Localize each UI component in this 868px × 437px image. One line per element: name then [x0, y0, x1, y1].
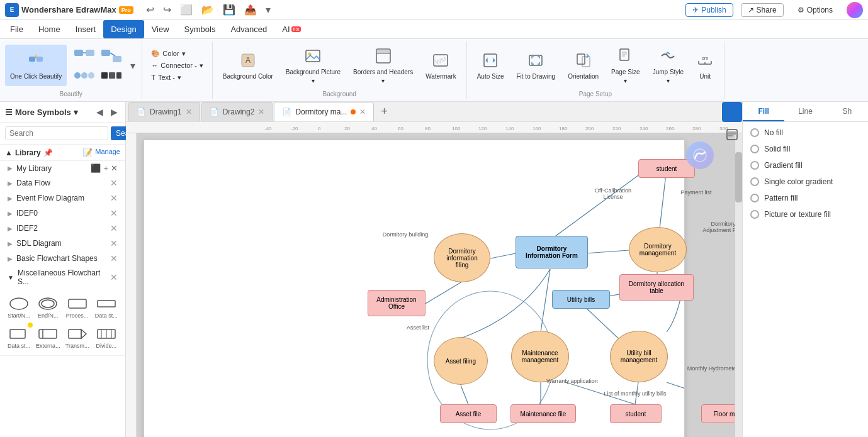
shape-divide[interactable]: Divide...: [93, 323, 120, 351]
unit-btn[interactable]: cm Unit: [691, 45, 719, 86]
tab-drawing2[interactable]: 📄 Drawing2 ✕: [201, 102, 273, 121]
tab1-close[interactable]: ✕: [186, 108, 192, 116]
sidebar-collapse-right[interactable]: ▶: [108, 106, 120, 118]
sidebar-collapse-left[interactable]: ◀: [94, 106, 106, 118]
menu-design[interactable]: Design: [103, 20, 144, 38]
connector-btn[interactable]: ↔ Connector - ▾: [147, 60, 206, 71]
sidebar-dropdown-icon[interactable]: ▾: [74, 108, 78, 117]
node-student2[interactable]: student: [610, 404, 662, 423]
fill-panel-icon-btn[interactable]: [722, 102, 742, 122]
fill-gradient[interactable]: Gradient fill: [743, 157, 868, 174]
auto-size-btn[interactable]: Auto Size: [472, 45, 509, 86]
vertical-scrollbar[interactable]: [735, 133, 742, 437]
orientation-btn[interactable]: Orientation: [563, 45, 604, 86]
options-button[interactable]: ⚙ Options: [791, 4, 839, 16]
menu-symbols[interactable]: Symbols: [177, 20, 223, 38]
connector-dropdown[interactable]: ▾: [200, 62, 203, 70]
shape-transm[interactable]: Transm...: [64, 323, 91, 351]
close-misc-flowchart[interactable]: ✕: [110, 272, 118, 282]
beautify-expand-icon[interactable]: ▾: [130, 60, 135, 72]
search-input[interactable]: [5, 126, 108, 140]
tab3-close[interactable]: ✕: [359, 108, 366, 116]
one-click-beautify-btn[interactable]: One Click Beautify: [5, 45, 67, 86]
tab-dormitory[interactable]: 📄 Dormitory ma... ✕: [274, 102, 374, 121]
page-size-btn[interactable]: Page Size ▾: [606, 45, 645, 86]
layout-btn-1[interactable]: [72, 47, 97, 65]
close-data-flow[interactable]: ✕: [110, 178, 118, 188]
sidebar-item-misc-flowchart[interactable]: ▼ Miscellaneous Flowchart S... ✕: [0, 266, 125, 289]
shape-external[interactable]: Externa...: [34, 323, 62, 351]
manage-label[interactable]: Manage: [95, 148, 120, 157]
sidebar-item-sdl[interactable]: ▶ SDL Diagram ✕: [0, 236, 125, 251]
jump-style-dropdown[interactable]: ▾: [667, 77, 670, 84]
node-maint-file[interactable]: Maintenance file: [510, 404, 576, 423]
diagram-canvas[interactable]: student DormitoryInformation Form Dormit…: [144, 140, 685, 437]
fill-solid[interactable]: Solid fill: [743, 141, 868, 157]
scroll-thumb[interactable]: [735, 152, 742, 202]
menu-ai[interactable]: AI hot: [274, 20, 308, 38]
borders-headers-btn[interactable]: Borders and Headers ▾: [348, 45, 418, 86]
new-tab-button[interactable]: +: [375, 103, 393, 121]
node-admin-office[interactable]: AdministrationOffice: [368, 290, 426, 316]
fit-to-drawing-btn[interactable]: Fit to Drawing: [511, 45, 560, 86]
sidebar-item-my-library[interactable]: ▶ My Library ⬛ + ✕: [0, 161, 125, 175]
shape-start[interactable]: Start/N...: [5, 292, 33, 321]
node-asset-file[interactable]: Asset file: [440, 404, 497, 423]
shape-data-store[interactable]: Data st...: [93, 292, 120, 321]
manage-link[interactable]: 📝: [82, 148, 93, 157]
fill-picture-texture[interactable]: Picture or texture fill: [743, 206, 868, 223]
page-size-dropdown[interactable]: ▾: [624, 77, 627, 84]
node-dorm-alloc[interactable]: Dormitory allocationtable: [619, 274, 694, 301]
text-panel-icon-btn[interactable]: [722, 124, 742, 145]
right-tab-fill[interactable]: Fill: [743, 102, 784, 121]
save-btn[interactable]: 💾: [220, 3, 238, 17]
layout-btn-2[interactable]: [99, 47, 124, 65]
node-utility-mgmt[interactable]: Utility billmanagement: [610, 331, 668, 382]
close-basic-flowchart[interactable]: ✕: [110, 253, 118, 263]
node-dorm-info-filing[interactable]: Dormitoryinformationfiling: [434, 233, 490, 282]
menu-insert[interactable]: Insert: [68, 20, 104, 38]
text-btn[interactable]: T Text - ▾: [147, 72, 206, 83]
export-btn[interactable]: 📤: [242, 3, 259, 17]
borders-dropdown[interactable]: ▾: [381, 77, 385, 84]
sidebar-item-basic-flowchart[interactable]: ▶ Basic Flowchart Shapes ✕: [0, 251, 125, 266]
right-tab-line[interactable]: Line: [784, 102, 826, 121]
canvas-content[interactable]: student DormitoryInformation Form Dormit…: [137, 133, 735, 437]
text-dropdown[interactable]: ▾: [178, 74, 181, 82]
redo-btn[interactable]: ↪: [161, 3, 174, 17]
jump-style-btn[interactable]: Jump Style ▾: [648, 45, 689, 86]
share-button[interactable]: ↗ Share: [741, 3, 784, 17]
node-dorm-info-form[interactable]: DormitoryInformation Form: [516, 236, 588, 268]
new-btn[interactable]: ⬜: [178, 3, 195, 17]
background-picture-btn[interactable]: Background Picture ▾: [281, 45, 346, 86]
color-dropdown[interactable]: ▾: [182, 50, 186, 58]
fill-single-color-gradient[interactable]: Single color gradient: [743, 174, 868, 190]
sidebar-item-idef2[interactable]: ▶ IDEF2 ✕: [0, 221, 125, 236]
fill-no-fill[interactable]: No fill: [743, 124, 868, 141]
menu-advanced[interactable]: Advanced: [223, 20, 274, 38]
shape-end[interactable]: End/N...: [34, 292, 62, 321]
right-tab-sh[interactable]: Sh: [826, 102, 868, 121]
fill-pattern[interactable]: Pattern fill: [743, 190, 868, 206]
menu-file[interactable]: File: [3, 20, 31, 38]
tab2-close[interactable]: ✕: [258, 108, 264, 116]
user-avatar[interactable]: [847, 2, 863, 18]
node-utility-bills[interactable]: Utility bills: [552, 290, 610, 309]
node-maint-mgmt[interactable]: Maintenancemanagement: [511, 331, 569, 382]
more-btn[interactable]: ▾: [263, 3, 273, 17]
node-asset-filing[interactable]: Asset filing: [434, 337, 488, 385]
shape-process[interactable]: Proces...: [64, 292, 91, 321]
sidebar-item-idef0[interactable]: ▶ IDEF0 ✕: [0, 206, 125, 221]
watermark-btn[interactable]: WM Watermark: [420, 45, 461, 86]
menu-home[interactable]: Home: [31, 20, 68, 38]
expand-beautify[interactable]: ▾: [129, 60, 137, 72]
shape-data-st2[interactable]: Data st...: [5, 323, 33, 351]
undo-btn[interactable]: ↩: [144, 3, 157, 17]
background-color-btn[interactable]: A Background Color: [218, 45, 278, 86]
node-dorm-mgmt[interactable]: Dormitorymanagement: [629, 227, 687, 272]
sidebar-item-data-flow[interactable]: ▶ Data Flow ✕: [0, 175, 125, 191]
bg-picture-dropdown[interactable]: ▾: [312, 77, 315, 84]
add-item-icon[interactable]: +: [103, 163, 108, 173]
layout-btn-3[interactable]: [72, 67, 97, 84]
add-library-icon[interactable]: ⬛: [91, 163, 101, 173]
